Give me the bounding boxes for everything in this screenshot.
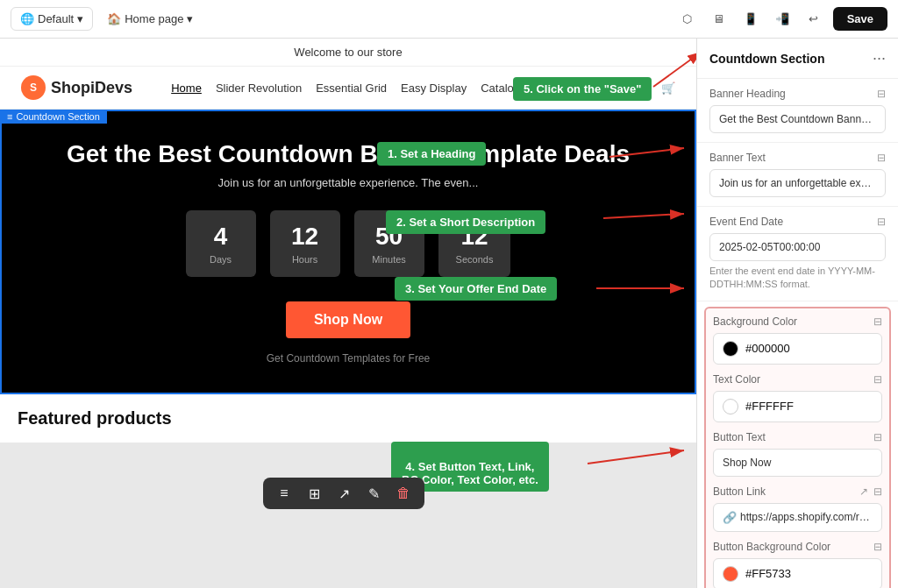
nav-grid[interactable]: Essential Grid <box>316 81 387 95</box>
panel-event-date-section: Event End Date ⊟ 2025-02-05T00:00:00 Ent… <box>697 207 898 301</box>
store-nav-links: Home Slider Revolution Essential Grid Ea… <box>171 81 574 95</box>
button-bg-color-field[interactable]: #FF5733 <box>713 558 882 588</box>
seconds-label: Seconds <box>456 254 494 265</box>
button-text-icon[interactable]: ⊟ <box>873 431 882 443</box>
countdown-title: Get the Best Countdown Banner Template D… <box>19 139 677 169</box>
text-color-swatch[interactable] <box>723 399 738 414</box>
undo-icon[interactable]: ↩ <box>802 7 826 32</box>
chevron-down-icon: ▾ <box>187 12 193 25</box>
event-date-label: Event End Date ⊟ <box>709 216 886 228</box>
countdown-footer: Get Countdown Templates for Free <box>19 352 677 365</box>
text-color-section: Text Color ⊟ #FFFFFF <box>713 373 882 422</box>
shop-now-button[interactable]: Shop Now <box>286 301 410 338</box>
button-link-open-icon[interactable]: ↗ <box>859 485 868 498</box>
store-welcome-bar: Welcome to our store <box>0 39 696 67</box>
user-icon[interactable]: 👤 <box>637 81 651 95</box>
days-value: 4 <box>203 223 239 251</box>
bg-color-label: Background Color ⊟ <box>713 315 882 328</box>
bg-color-icon[interactable]: ⊟ <box>873 315 882 328</box>
panel-more-button[interactable]: ··· <box>873 49 886 67</box>
homepage-button[interactable]: 🏠 Home page ▾ <box>107 12 193 25</box>
banner-text-value: Join us for an unforgettable experience. <box>719 177 876 189</box>
countdown-banner: Get the Best Countdown Banner Template D… <box>0 110 696 394</box>
canvas-area: Welcome to our store S ShopiDevs Home Sl… <box>0 39 696 588</box>
event-date-hint: Enter the event end date in YYYY-MM-DDTH… <box>709 265 886 292</box>
panel-banner-heading-section: Banner Heading ⊟ Get the Best Countdown … <box>697 79 898 143</box>
nav-contact[interactable]: Contact <box>534 81 574 95</box>
nav-catalog[interactable]: Catalog <box>481 81 520 95</box>
button-bg-icon[interactable]: ⊟ <box>873 541 882 553</box>
hours-label: Hours <box>288 254 323 265</box>
default-button[interactable]: 🌐 Default ▾ <box>11 7 93 31</box>
hours-value: 12 <box>288 223 323 251</box>
mobile-icon[interactable]: 📲 <box>770 7 795 32</box>
days-label: Days <box>203 254 239 265</box>
button-bg-color-swatch[interactable] <box>723 566 738 582</box>
toolbar-link[interactable]: ↗ <box>333 483 354 504</box>
event-date-value: 2025-02-05T00:00:00 <box>719 241 876 253</box>
toolbar-grid[interactable]: ⊞ <box>303 483 324 504</box>
logo-text: ShopiDevs <box>51 79 132 97</box>
desktop-icon[interactable]: 🖥 <box>707 7 731 32</box>
countdown-desc: Join us for an unforgettable experience.… <box>19 176 677 189</box>
text-color-value: #FFFFFF <box>745 400 794 413</box>
button-bg-color-section: Button Background Color ⊟ #FF5733 <box>713 541 882 588</box>
bg-color-section: Background Color ⊟ #000000 <box>713 315 882 365</box>
cart-icon[interactable]: 🛒 <box>661 81 675 95</box>
bg-color-value: #000000 <box>745 342 790 355</box>
top-bar-left: 🌐 Default ▾ 🏠 Home page ▾ <box>11 7 193 31</box>
nav-slider[interactable]: Slider Revolution <box>216 81 302 95</box>
button-link-icon[interactable]: ⊟ <box>873 485 882 498</box>
save-button[interactable]: Save <box>833 7 887 31</box>
banner-heading-label: Banner Heading ⊟ <box>709 88 886 100</box>
button-text-label: Button Text ⊟ <box>713 431 882 443</box>
main-layout: Welcome to our store S ShopiDevs Home Sl… <box>0 39 898 588</box>
timer-minutes: 50 Minutes <box>354 210 424 277</box>
search-icon[interactable]: 🔍 <box>612 81 626 95</box>
homepage-label: Home page <box>125 12 183 25</box>
featured-section: Featured products <box>0 394 696 443</box>
timer-seconds: 12 Seconds <box>438 210 511 277</box>
button-text-field[interactable]: Shop Now <box>713 449 882 477</box>
banner-heading-field[interactable]: Get the Best Countdown Banner Template D… <box>709 105 886 133</box>
text-color-row: #FFFFFF <box>723 399 794 414</box>
bg-color-swatch[interactable] <box>723 341 738 357</box>
minutes-value: 50 <box>372 223 407 251</box>
button-link-section: Button Link ↗ ⊟ 🔗 https://apps.shopify.c… <box>713 485 882 532</box>
bg-color-field[interactable]: #000000 <box>713 333 882 365</box>
nav-display[interactable]: Easy Display <box>401 81 467 95</box>
event-date-icon[interactable]: ⊟ <box>877 216 886 228</box>
banner-heading-value: Get the Best Countdown Banner Template D… <box>719 113 876 125</box>
button-bg-color-value: #FF5733 <box>745 567 791 580</box>
store-nav: S ShopiDevs Home Slider Revolution Essen… <box>0 67 696 110</box>
toolbar-delete[interactable]: 🗑 <box>393 483 414 504</box>
button-link-icons: ↗ ⊟ <box>859 485 882 498</box>
button-link-field[interactable]: 🔗 https://apps.shopify.com/revolution-s <box>713 503 882 532</box>
button-bg-color-row: #FF5733 <box>723 566 791 582</box>
tablet-icon[interactable]: 📱 <box>738 7 763 32</box>
top-bar: 🌐 Default ▾ 🏠 Home page ▾ ⬡ 🖥 📱 📲 ↩ Save <box>0 0 898 39</box>
countdown-section-label: ≡ Countdown Section <box>0 110 107 124</box>
home-icon: 🏠 <box>107 12 121 25</box>
featured-title: Featured products <box>18 408 679 429</box>
event-date-field[interactable]: 2025-02-05T00:00:00 <box>709 233 886 261</box>
bottom-toolbar: ≡ ⊞ ↗ ✎ 🗑 <box>263 478 424 509</box>
right-panel: Countdown Section ··· Banner Heading ⊟ G… <box>696 39 898 588</box>
bg-color-row: #000000 <box>723 341 790 357</box>
toolbar-drag[interactable]: ≡ <box>274 483 295 504</box>
pointer-icon[interactable]: ⬡ <box>675 7 700 32</box>
text-color-icon[interactable]: ⊟ <box>873 373 882 386</box>
button-text-value: Shop Now <box>723 457 873 469</box>
logo-icon: S <box>21 75 46 100</box>
store-logo: S ShopiDevs <box>21 75 132 100</box>
banner-text-field[interactable]: Join us for an unforgettable experience. <box>709 169 886 197</box>
colors-highlight-section: Background Color ⊟ #000000 Text Color ⊟ <box>704 307 891 588</box>
toolbar-edit[interactable]: ✎ <box>363 483 384 504</box>
banner-heading-icon[interactable]: ⊟ <box>877 88 886 100</box>
globe-icon: 🌐 <box>20 12 34 25</box>
nav-home[interactable]: Home <box>171 81 202 95</box>
default-label: Default <box>38 12 74 25</box>
panel-header: Countdown Section ··· <box>697 39 898 79</box>
text-color-field[interactable]: #FFFFFF <box>713 391 882 422</box>
banner-text-icon[interactable]: ⊟ <box>877 152 886 164</box>
